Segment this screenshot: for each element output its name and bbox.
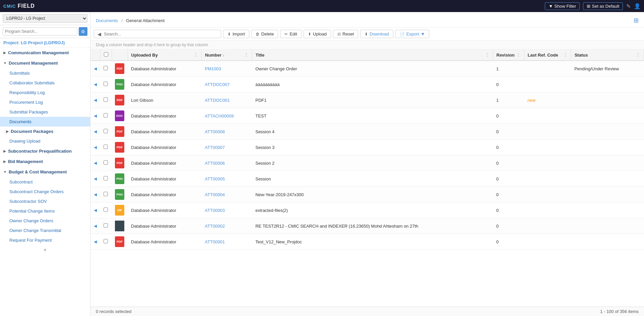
delete-button[interactable]: 🗑 Delete [251,30,278,38]
col-revision[interactable]: Revision ⋮ [493,50,524,61]
sidebar-item-owner-change-orders[interactable]: Owner Change Orders [0,216,90,226]
row-expand-icon[interactable]: ◀ [90,203,100,218]
row-expand-icon[interactable]: ◀ [90,155,100,171]
search-back-button[interactable]: ◀ [96,31,103,37]
row-checkbox[interactable] [104,82,108,86]
sidebar-item-submittals[interactable]: Submittals [0,68,90,78]
col-title[interactable]: Title ⋮ [252,50,493,61]
sidebar-item-subcontract[interactable]: Subcontract [0,177,90,187]
edit-button[interactable]: ✏ Edit [280,30,301,38]
col-menu-icon[interactable]: ⋮ [485,52,490,58]
row-checkbox[interactable] [104,239,108,243]
col-uploaded-by[interactable]: Uploaded By ⋮ [128,50,201,61]
row-checkbox[interactable] [104,66,108,70]
upload-button[interactable]: ⬆ Upload [304,30,331,38]
download-button[interactable]: ⬇ Download [360,30,393,38]
edit-profile-icon[interactable]: ✎ [626,3,631,9]
sidebar-item-potential-change-items[interactable]: Potential Change Items [0,206,90,216]
cell-status [571,171,644,187]
row-checkbox[interactable] [104,208,108,212]
row-checkbox-cell [100,187,112,203]
col-menu-icon[interactable]: ⋮ [244,52,249,58]
sidebar-section-bid-management[interactable]: ▶ Bid Management [0,156,90,167]
row-expand-icon[interactable]: ◀ [90,234,100,250]
col-status[interactable]: Status ⋮ [571,50,644,61]
arrow-icon: ▼ [3,170,7,174]
cell-last-ref-code [524,155,571,171]
row-checkbox-cell [100,92,112,108]
row-expand-icon[interactable]: ◀ [90,108,100,124]
cell-title: New-Year-2019-247x300 [252,187,493,203]
file-type-icon [115,221,124,231]
download-label: Download [370,31,389,36]
col-menu-icon[interactable]: ⋮ [516,52,521,58]
file-type-icon: PDF [115,95,124,105]
sidebar-item-subcontractor-sov[interactable]: Subcontractor SOV [0,196,90,206]
row-checkbox-cell [100,124,112,140]
row-expand-icon[interactable]: ◀ [90,77,100,92]
row-expand-icon[interactable]: ◀ [90,124,100,140]
col-menu-icon[interactable]: ⋮ [193,52,198,58]
row-checkbox[interactable] [104,223,108,228]
show-filter-button[interactable]: ▼ Show Filter [545,2,580,10]
row-checkbox[interactable] [104,129,108,133]
file-type-icon: PDF [115,63,124,74]
col-last-ref-code[interactable]: Last Ref. Code ⋮ [524,50,571,61]
col-menu-icon[interactable]: ⋮ [636,52,640,58]
table-wrapper[interactable]: Uploaded By ⋮ Number ↓ ⋮ [90,50,644,307]
row-expand-icon[interactable]: ◀ [90,61,100,77]
sidebar-section-subcontractor-prequalification[interactable]: ▶ Subcontractor Prequalification [0,146,90,156]
row-expand-icon[interactable]: ◀ [90,140,100,155]
row-expand-icon[interactable]: ◀ [90,218,100,234]
sidebar-item-collaborator-submittals[interactable]: Collaborator Submittals [0,78,90,88]
row-checkbox[interactable] [104,192,108,196]
sidebar-section-communication[interactable]: ▶ Communication Management [0,48,90,58]
row-checkbox[interactable] [104,160,108,165]
program-search-input[interactable] [3,27,77,35]
cell-title: Session 3 [252,140,493,155]
col-menu-icon[interactable]: ⋮ [563,52,568,58]
gear-button[interactable]: ⚙ [79,27,87,36]
cell-status [571,140,644,155]
sidebar-item-submittal-packages[interactable]: Submittal Packages [0,107,90,117]
row-expand-icon[interactable]: ◀ [90,171,100,187]
sidebar-item-procurement-log[interactable]: Procurement Log [0,97,90,107]
cell-number: ATTDOC007 [201,77,252,92]
topbar-right: ▼ Show Filter ⊞ Set as Default ✎ 👤 [545,2,641,10]
sidebar-section-budget-cost[interactable]: ▼ Budget & Cost Management [0,167,90,177]
project-select[interactable]: LGPROJ - LG Project [3,14,87,23]
view-toggle-icon[interactable]: ⊞ [634,17,639,24]
import-button[interactable]: ⬇ Import [223,30,249,38]
breadcrumb: Documents / General Attachment [96,17,165,23]
row-checkbox[interactable] [104,97,108,102]
breadcrumb-root[interactable]: Documents [96,18,118,23]
sidebar-item-owner-change-transmittal[interactable]: Owner Change Transmittal [0,226,90,235]
records-selected: 0 records selected [96,309,131,314]
search-input[interactable] [103,30,219,38]
sidebar-section-document[interactable]: ▼ Document Management [0,58,90,68]
col-number[interactable]: Number ↓ ⋮ [201,50,252,61]
row-checkbox[interactable] [104,113,108,117]
project-label: Project: LG Project (LGPROJ) [0,38,90,48]
sidebar-item-drawing-upload[interactable]: Drawing Upload [0,136,90,146]
table-row: ◀ PDF Database Administrator ATT00008 Se… [90,124,644,140]
user-icon[interactable]: 👤 [634,3,641,9]
table-header-row: Uploaded By ⋮ Number ↓ ⋮ [90,50,644,61]
cell-last-ref-code [524,218,571,234]
sidebar-section-label: Subcontractor Prequalification [8,149,72,154]
sidebar-item-request-for-payment[interactable]: Request For Payment [0,235,90,245]
file-icon-cell: PNG [112,77,128,92]
cell-last-ref-code [524,171,571,187]
sidebar-item-document-packages[interactable]: ▶ Document Packages [0,127,90,136]
select-all-checkbox[interactable] [104,52,108,57]
row-checkbox[interactable] [104,176,108,180]
export-button[interactable]: 📄 Export ▼ [395,30,429,38]
row-checkbox[interactable] [104,145,108,149]
sidebar-item-responsibility-log[interactable]: Responsibility Log [0,88,90,97]
sidebar-item-documents[interactable]: Documents [0,117,90,127]
row-expand-icon[interactable]: ◀ [90,187,100,203]
sidebar-item-subcontract-change-orders[interactable]: Subcontract Change Orders [0,187,90,196]
reset-button[interactable]: ⊟ Reset [333,30,358,38]
set-as-default-button[interactable]: ⊞ Set as Default [583,2,623,10]
row-expand-icon[interactable]: ◀ [90,92,100,108]
